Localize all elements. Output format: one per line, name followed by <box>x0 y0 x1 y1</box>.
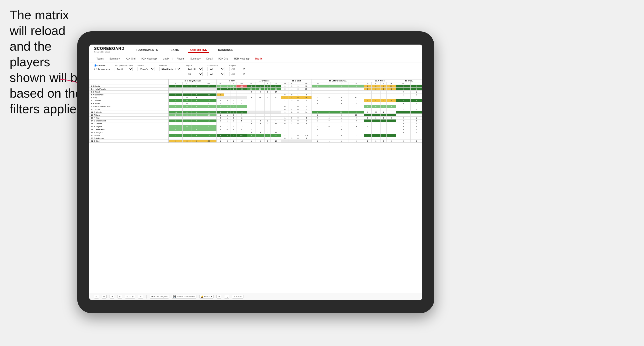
conference-sub-select[interactable]: (All) <box>208 72 224 76</box>
cell <box>216 91 224 93</box>
cell: 0 <box>224 140 230 143</box>
subnav-summary2[interactable]: Summary <box>188 57 203 61</box>
sub-l4: L <box>289 82 295 85</box>
watch-button[interactable]: 🔔 Watch ▾ <box>199 295 214 299</box>
subnav-matrix2[interactable]: Matrix <box>253 57 265 61</box>
nav-teams[interactable]: TEAMS <box>167 47 181 52</box>
share-button[interactable]: ↗ Share <box>232 295 244 299</box>
cell <box>386 120 396 122</box>
cell <box>372 114 380 117</box>
table-row: 2. M Kelly Mulcahy 0 7 0 40 10 10 0 50 0 <box>90 88 422 91</box>
cell <box>312 122 324 125</box>
zoom-controls[interactable]: ⊖ — ⊕ <box>125 295 135 299</box>
subnav-detail[interactable]: Detail <box>204 57 215 61</box>
clock-button[interactable]: ⏱ <box>138 295 143 299</box>
cell <box>386 108 396 111</box>
sub-w4: W <box>281 82 289 85</box>
redo-button[interactable]: ↪ <box>102 295 107 299</box>
cell: 1 <box>324 140 334 143</box>
cell <box>295 114 301 117</box>
subnav-h2h-grid2[interactable]: H2H Grid <box>216 57 231 61</box>
refresh-button[interactable]: ⟳ <box>110 295 114 299</box>
cell <box>281 102 289 105</box>
subnav-teams[interactable]: Teams <box>94 57 106 61</box>
cell <box>380 96 386 99</box>
cell <box>380 108 386 111</box>
matrix-content[interactable]: 2. M Kelly Mulcahy 6. A Dy 11. G Woods 2… <box>89 78 422 293</box>
conference-select[interactable]: (All) <box>208 67 224 71</box>
cell: 0 <box>396 102 410 105</box>
undo-button[interactable]: ↩ <box>94 295 99 299</box>
cell <box>364 122 372 125</box>
cell: 8 <box>301 137 312 140</box>
gender-select[interactable]: Women's Men's <box>138 67 154 71</box>
cell: 2 <box>312 114 324 117</box>
settings-button[interactable]: ⚙ <box>216 295 221 299</box>
cell <box>230 108 236 111</box>
players-sub-select[interactable]: (All) <box>229 72 246 76</box>
subnav-h2h-heatmap[interactable]: H2H Heatmap <box>139 57 159 61</box>
nav-committee[interactable]: COMMITTEE <box>188 47 209 53</box>
max-players-select[interactable]: Top 25 Top 50 All <box>114 67 133 71</box>
cell <box>271 93 281 96</box>
cell <box>216 96 224 99</box>
full-view-radio[interactable]: Full View <box>94 64 110 67</box>
watch-label: Watch <box>204 295 210 298</box>
subnav-h2h-grid[interactable]: H2H Grid <box>123 57 138 61</box>
cell: 14 <box>236 140 247 143</box>
cell: 0 <box>348 120 364 122</box>
col-header-mulcahy: 2. M Kelly Mulcahy <box>169 80 216 82</box>
sub-dif1: Dif <box>201 82 216 85</box>
region-select[interactable]: East - DII <box>186 67 203 71</box>
players-select[interactable]: (All) <box>229 67 246 71</box>
compact-view-radio[interactable]: Compact View <box>94 68 110 70</box>
subnav-matrix[interactable]: Matrix <box>160 57 171 61</box>
subnav-summary[interactable]: Summary <box>107 57 122 61</box>
cell <box>410 105 422 108</box>
division-label: Division <box>159 64 181 66</box>
cell <box>224 108 230 111</box>
view-original-label: View: Original <box>154 295 168 298</box>
logo-title: SCOREBOARD <box>94 46 124 51</box>
nav-rankings[interactable]: RANKINGS <box>216 47 235 52</box>
full-view-label: Full View <box>98 65 105 67</box>
division-select[interactable]: NCAA Division II NCAA Division I <box>159 67 181 71</box>
zoom-button[interactable]: ⊕ <box>117 295 122 299</box>
view-original-button[interactable]: 👁 View: Original <box>150 295 169 299</box>
view-filter-group: Full View Compact View <box>94 64 110 70</box>
cell: 0 <box>334 99 348 102</box>
nav-tournaments[interactable]: TOURNAMENTS <box>134 47 160 52</box>
cell <box>380 128 386 131</box>
table-row: 13. N Klug 2 1 0 -2 1 0 <box>90 117 422 120</box>
compact-view-radio-input[interactable] <box>94 68 96 70</box>
cell <box>224 96 230 99</box>
subnav-h2h-heatmap2[interactable]: H2H Heatmap <box>232 57 252 61</box>
cell: 0 <box>224 134 230 137</box>
cell: 0 <box>289 111 295 114</box>
cell <box>182 137 192 140</box>
cell: 4 <box>312 111 324 114</box>
cell: 2 <box>224 99 230 102</box>
save-custom-view-button[interactable]: 💾 Save Custom View <box>172 295 196 299</box>
cell: 0 <box>396 122 410 125</box>
cell: 2 <box>236 99 247 102</box>
cell: 1 <box>281 99 289 102</box>
cell <box>256 108 265 111</box>
cell <box>182 122 192 125</box>
cell: 1 <box>410 102 422 105</box>
cell: 18 <box>201 99 216 102</box>
cell: 0 <box>281 105 289 108</box>
cell <box>348 93 364 96</box>
cell <box>348 91 364 93</box>
full-view-radio-input[interactable] <box>94 64 96 67</box>
cell <box>289 91 295 93</box>
fullscreen-button[interactable]: ⛶ <box>224 295 229 299</box>
row-name: 18. H Hodgson <box>90 131 169 134</box>
region-sub-select[interactable]: (All) <box>186 72 203 76</box>
subnav-players[interactable]: Players <box>174 57 187 61</box>
compact-view-label: Compact View <box>98 68 110 70</box>
cell: 1 <box>224 102 230 105</box>
sub-t4: T <box>295 82 301 85</box>
cell: 0 <box>182 105 192 108</box>
cell: 1 <box>410 131 422 134</box>
